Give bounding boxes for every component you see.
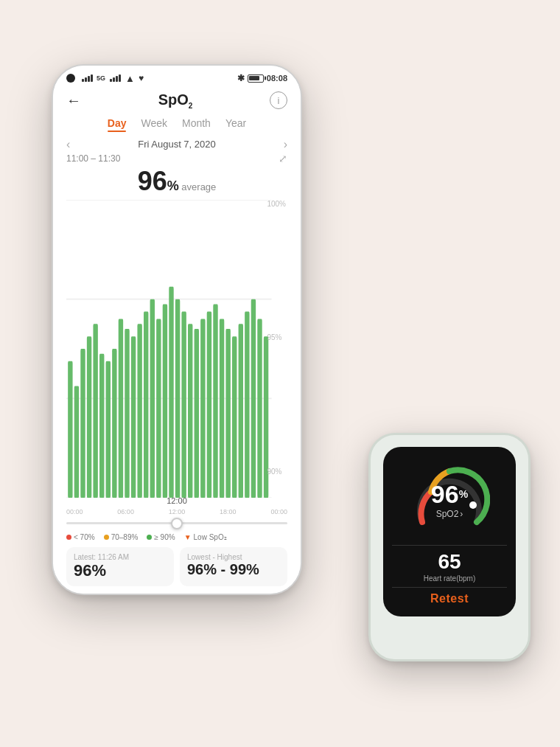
svg-rect-4 (68, 361, 72, 497)
latest-time: 11:26 AM (98, 553, 129, 561)
wifi-icon: ▲ (125, 73, 135, 84)
average-value-display: 96% average (53, 164, 301, 200)
svg-rect-29 (225, 329, 230, 498)
y-label-90: 90% (267, 468, 286, 476)
phone-device: 5G ▲ ♥ ✱ (52, 64, 302, 595)
watch-divider-2 (392, 587, 507, 588)
time-range-row: 11:00 – 11:30 ⤢ (53, 151, 301, 164)
avg-percent: % (167, 178, 179, 193)
svg-rect-17 (150, 299, 155, 497)
tab-day[interactable]: Day (108, 117, 127, 132)
legend-label-high: ≥ 90% (154, 533, 175, 541)
svg-rect-11 (112, 349, 116, 498)
battery-icon (248, 74, 264, 83)
tab-week[interactable]: Week (141, 117, 167, 132)
tab-year[interactable]: Year (225, 117, 246, 132)
legend-label-mid: 70–89% (111, 533, 139, 541)
hr-label: Heart rate(bpm) (424, 574, 476, 583)
svg-rect-31 (239, 324, 243, 498)
slider-row: 12:00 00:00 06:00 12:00 18:00 00:00 (53, 498, 301, 530)
svg-rect-34 (257, 319, 262, 497)
status-right: ✱ 08:08 (237, 73, 287, 83)
watch-heart-rate: 65 Heart rate(bpm) (424, 550, 476, 583)
gauge-label-row: SpO2 › (431, 510, 468, 519)
info-button[interactable]: i (270, 91, 287, 109)
y-label-100: 100% (267, 200, 286, 208)
legend-low: < 70% (66, 533, 95, 541)
svg-rect-25 (200, 319, 205, 497)
tab-month[interactable]: Month (182, 117, 211, 132)
svg-rect-7 (87, 336, 91, 498)
bluetooth-icon: ✱ (237, 73, 245, 83)
gauge-value-display: 96% SpO2 › (431, 480, 468, 519)
svg-rect-26 (207, 311, 211, 498)
status-time: 08:08 (267, 74, 287, 83)
tabs-container: Day Week Month Year (53, 114, 301, 132)
legend-high: ≥ 90% (147, 533, 175, 541)
legend-dot-mid (104, 535, 109, 540)
legend-low-spo2: ▼ Low SpO₂ (184, 533, 227, 541)
svg-rect-13 (125, 329, 129, 498)
legend-triangle-icon: ▼ (184, 533, 192, 541)
chart-area: 100% 95% 90% (53, 200, 301, 498)
app-title: SpO2 (158, 91, 193, 110)
range-label: Lowest - Highest (187, 553, 280, 561)
avg-label: average (179, 181, 217, 192)
x-label-18: 18:00 (220, 508, 237, 515)
svg-rect-15 (137, 324, 141, 498)
scene: 5G ▲ ♥ ✱ (29, 42, 531, 706)
prev-date-button[interactable]: ‹ (66, 138, 70, 151)
x-label-0: 00:00 (66, 508, 83, 515)
time-range-label: 11:00 – 11:30 (66, 153, 120, 164)
svg-rect-23 (188, 324, 192, 498)
svg-rect-21 (175, 299, 180, 497)
chart-y-labels: 100% 95% 90% (267, 200, 286, 476)
svg-rect-22 (181, 311, 186, 498)
gauge-nav-arrow[interactable]: › (460, 510, 463, 519)
svg-rect-32 (245, 311, 249, 498)
svg-rect-8 (93, 324, 97, 498)
svg-rect-18 (156, 319, 161, 497)
chart-svg (66, 200, 287, 498)
svg-rect-33 (251, 299, 256, 497)
x-label-6: 06:00 (117, 508, 134, 515)
back-button[interactable]: ← (66, 92, 81, 109)
svg-rect-9 (99, 353, 104, 497)
hr-value: 65 (424, 550, 476, 574)
latest-label: Latest: 11:26 AM (74, 553, 167, 561)
legend-dot-low (66, 535, 71, 540)
app-title-sub: 2 (189, 102, 193, 110)
svg-rect-24 (195, 329, 199, 498)
range-stat-card: Lowest - Highest 96% - 99% (180, 547, 287, 586)
stats-row: Latest: 11:26 AM 96% Lowest - Highest 96… (53, 544, 301, 594)
svg-point-36 (469, 501, 477, 509)
retest-button[interactable]: Retest (430, 592, 469, 605)
x-label-12: 12:00 (169, 508, 186, 515)
range-value: 96% - 99% (187, 561, 280, 578)
svg-rect-30 (232, 336, 237, 498)
current-date: Fri August 7, 2020 (138, 139, 216, 150)
gauge-number: 96 (431, 479, 459, 507)
legend-label-spo2: Low SpO₂ (194, 533, 227, 541)
slider-x-labels: 00:00 06:00 12:00 18:00 00:00 (66, 508, 287, 515)
network-type: 5G (97, 74, 105, 82)
slider-track[interactable] (66, 517, 287, 530)
app-header: ← SpO2 i (53, 87, 301, 114)
svg-rect-14 (131, 336, 136, 498)
phone-screen: 5G ▲ ♥ ✱ (53, 66, 301, 594)
expand-button[interactable]: ⤢ (279, 153, 287, 164)
slider-thumb[interactable] (171, 518, 183, 529)
watch-device: 96% SpO2 › 65 Heart rate(bpm) Retest (368, 433, 531, 661)
gauge-percent: % (459, 488, 468, 500)
watch-divider (392, 545, 507, 546)
y-label-95: 95% (267, 333, 286, 341)
gauge-label: SpO2 (436, 510, 459, 519)
avg-number: 96 (138, 166, 167, 196)
legend-mid: 70–89% (104, 533, 139, 541)
status-bar: 5G ▲ ♥ ✱ (53, 66, 301, 87)
svg-rect-10 (106, 361, 111, 497)
next-date-button[interactable]: › (284, 138, 287, 151)
svg-rect-27 (213, 304, 217, 498)
watch-gauge: 96% SpO2 › (409, 459, 490, 541)
info-icon: i (278, 95, 280, 106)
